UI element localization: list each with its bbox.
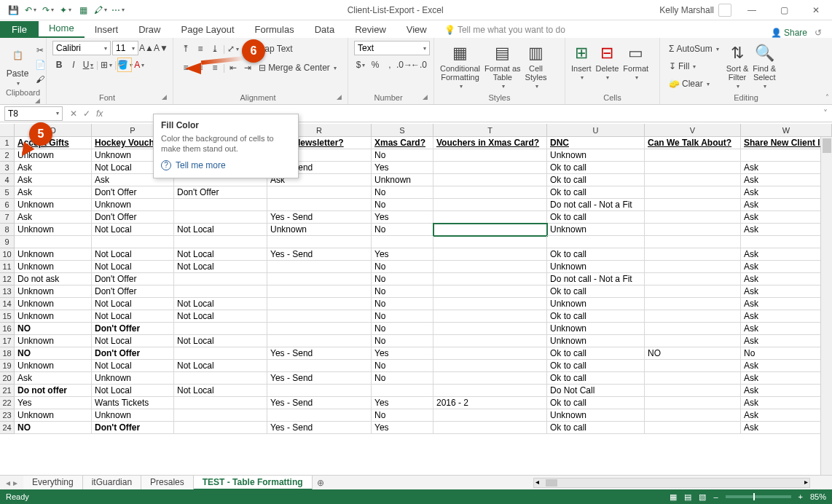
scroll-left-icon[interactable]: ◂: [535, 478, 539, 486]
cell[interactable]: Yes - Send: [267, 397, 372, 409]
tab-insert[interactable]: Insert: [85, 21, 129, 38]
font-family-combo[interactable]: Calibri▾: [52, 41, 111, 55]
cell[interactable]: No: [372, 286, 433, 298]
row-header[interactable]: 23: [0, 409, 15, 422]
vertical-scrollbar[interactable]: [820, 137, 832, 475]
row-header[interactable]: 6: [0, 199, 15, 211]
cell[interactable]: [433, 174, 547, 186]
cell[interactable]: [741, 149, 832, 162]
cell[interactable]: Not Local: [174, 261, 267, 273]
cell[interactable]: [433, 273, 547, 286]
cell[interactable]: [174, 347, 267, 360]
cell[interactable]: [433, 335, 547, 347]
cell[interactable]: Do Not Call: [547, 385, 645, 397]
cell[interactable]: [645, 286, 741, 298]
cell[interactable]: [645, 310, 741, 323]
cell[interactable]: [433, 162, 547, 174]
column-header[interactable]: O: [15, 124, 92, 137]
cell[interactable]: [174, 286, 267, 298]
cell[interactable]: [645, 199, 741, 211]
cell[interactable]: [174, 211, 267, 224]
tab-page-layout[interactable]: Page Layout: [171, 21, 245, 38]
cell[interactable]: Ok to call: [547, 162, 645, 174]
cell[interactable]: Ok to call: [547, 248, 645, 261]
qat-more-icon[interactable]: ⋯▾: [111, 3, 125, 17]
format-painter-icon[interactable]: 🖌: [34, 73, 47, 86]
cell[interactable]: Not Local: [92, 310, 174, 323]
cell[interactable]: Unknown: [547, 149, 645, 162]
tab-review[interactable]: Review: [345, 21, 396, 38]
tell-me-search[interactable]: 💡 Tell me what you want to do: [437, 22, 573, 38]
bold-button[interactable]: B: [52, 58, 66, 71]
cell[interactable]: [645, 360, 741, 372]
cell[interactable]: [174, 236, 267, 248]
cell[interactable]: Don't Offer: [92, 422, 174, 434]
cell[interactable]: [433, 323, 547, 335]
qat-boxes-icon[interactable]: ▦: [76, 3, 90, 17]
cell[interactable]: [267, 186, 372, 199]
cell[interactable]: Ask: [741, 335, 832, 347]
font-color-button[interactable]: A▾: [133, 58, 146, 71]
cell[interactable]: Not Local: [174, 310, 267, 323]
cell[interactable]: [433, 224, 547, 236]
cell[interactable]: Yes: [372, 347, 433, 360]
cell[interactable]: [433, 409, 547, 422]
find-select-button[interactable]: 🔍Find & Select▾: [753, 41, 776, 90]
enter-edit-icon[interactable]: ✓: [83, 109, 90, 119]
qat-spray-icon[interactable]: ✦▾: [58, 3, 73, 17]
alignment-launcher-icon[interactable]: ◢: [337, 93, 342, 101]
cell[interactable]: Wants Tickets: [92, 397, 174, 409]
cell[interactable]: Not Local: [92, 261, 174, 273]
cell[interactable]: Ask: [741, 162, 832, 174]
orientation-icon[interactable]: ⤢▾: [227, 42, 240, 55]
cell[interactable]: Not Local: [92, 224, 174, 236]
cell[interactable]: No: [372, 323, 433, 335]
minimize-button[interactable]: —: [736, 0, 768, 20]
cell-styles-button[interactable]: ▥Cell Styles▾: [525, 41, 547, 90]
cell[interactable]: [267, 236, 372, 248]
close-button[interactable]: ✕: [800, 0, 832, 20]
cell[interactable]: [433, 236, 547, 248]
cell[interactable]: [433, 186, 547, 199]
cell[interactable]: Yes: [15, 397, 92, 409]
align-middle-icon[interactable]: ≡: [194, 42, 207, 55]
cell[interactable]: [267, 273, 372, 286]
column-header[interactable]: W: [741, 124, 832, 137]
cell[interactable]: Unknown: [15, 286, 92, 298]
cell[interactable]: [372, 236, 433, 248]
zoom-in-button[interactable]: +: [798, 492, 803, 501]
sheet-prev-icon[interactable]: ▸: [13, 478, 17, 488]
cell[interactable]: Ask: [741, 372, 832, 385]
cell[interactable]: [372, 385, 433, 397]
cell[interactable]: [645, 409, 741, 422]
cell[interactable]: Unknown: [92, 372, 174, 385]
cell[interactable]: Unknown: [547, 298, 645, 310]
comma-icon[interactable]: ,: [383, 58, 396, 71]
cell[interactable]: Yes: [372, 162, 433, 174]
cell[interactable]: Don't Offer: [92, 286, 174, 298]
cell[interactable]: [645, 224, 741, 236]
cell[interactable]: Not Local: [174, 298, 267, 310]
cell[interactable]: [433, 385, 547, 397]
cell[interactable]: [433, 199, 547, 211]
page-break-view-icon[interactable]: ▧: [699, 492, 706, 502]
cell[interactable]: No: [372, 186, 433, 199]
cell[interactable]: Ask: [741, 310, 832, 323]
delete-cells-button[interactable]: ⊟Delete▾: [596, 41, 619, 81]
row-header[interactable]: 17: [0, 335, 15, 347]
number-format-combo[interactable]: Text▾: [354, 41, 430, 55]
row-header[interactable]: 18: [0, 347, 15, 360]
expand-formula-bar-icon[interactable]: ˅: [819, 109, 832, 119]
italic-button[interactable]: I: [67, 58, 80, 71]
cell[interactable]: [433, 422, 547, 434]
new-sheet-button[interactable]: ⊕: [313, 478, 329, 488]
sheet-first-icon[interactable]: ◂: [6, 478, 10, 488]
cell[interactable]: Don't Offer: [174, 186, 267, 199]
grow-font-icon[interactable]: A▲: [140, 42, 153, 55]
cell[interactable]: Not Local: [174, 248, 267, 261]
row-header[interactable]: 16: [0, 323, 15, 335]
cell[interactable]: [645, 335, 741, 347]
cell[interactable]: [645, 372, 741, 385]
cell[interactable]: NO: [15, 323, 92, 335]
cell[interactable]: [433, 286, 547, 298]
